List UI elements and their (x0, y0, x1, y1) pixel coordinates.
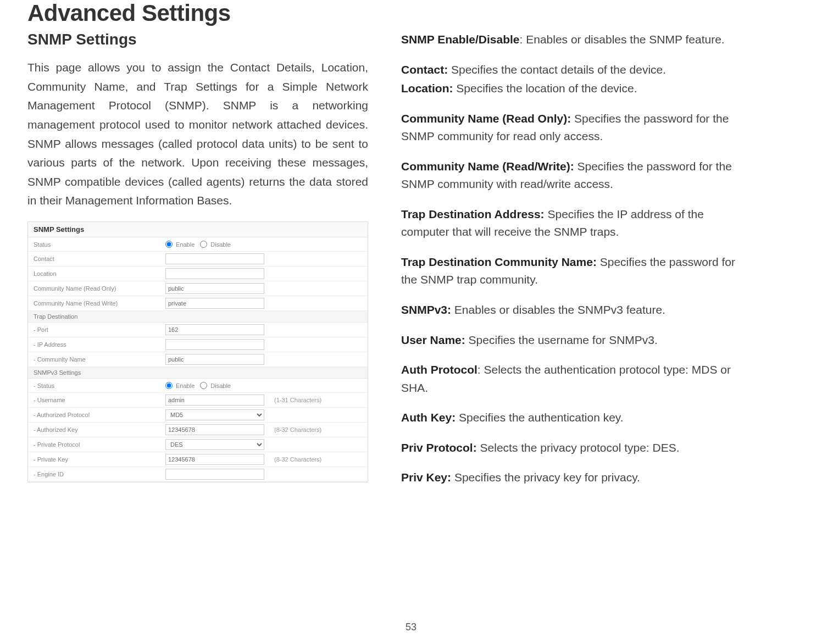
select-v3-authp[interactable]: MD5 (165, 409, 264, 420)
label-v3-authp: - Authorized Protocol (34, 412, 165, 418)
label-status: Status (34, 241, 165, 248)
label-comm-ro: Community Name (Read Only) (34, 285, 165, 292)
label-v3-disable: Disable (210, 382, 231, 389)
input-v3-engine[interactable] (165, 469, 264, 480)
input-v3-authk[interactable] (165, 424, 264, 435)
row-v3-engine: - Engine ID (28, 467, 368, 482)
label-disable: Disable (210, 241, 231, 248)
label-comm-rw: Community Name (Read Write) (34, 300, 165, 307)
radio-v3-enable[interactable] (165, 382, 173, 389)
radio-enable-status[interactable] (165, 241, 173, 248)
row-v3-privk: - Private Key (8-32 Characters) (28, 452, 368, 467)
input-port[interactable] (165, 324, 264, 335)
input-ip[interactable] (165, 339, 264, 350)
def-tdcn: Trap Destination Community Name: Specifi… (401, 253, 742, 289)
hint-authk: (8-32 Characters) (274, 426, 321, 433)
label-port: - Port (34, 326, 165, 333)
def-contact: Contact: Specifies the contact details o… (401, 61, 742, 79)
label-v3-username: - Username (34, 397, 165, 403)
def-location: Location: Specifies the location of the … (401, 80, 742, 98)
left-column: SNMP Settings This page allows you to as… (27, 31, 368, 499)
input-location[interactable] (165, 268, 264, 279)
label-location: Location (34, 270, 165, 277)
label-v3-privp: - Private Protocol (34, 441, 165, 448)
row-port: - Port (28, 323, 368, 337)
row-comm-rw: Community Name (Read Write) (28, 296, 368, 311)
section-title-snmp: SNMP Settings (27, 31, 368, 48)
hint-username: (1-31 Characters) (274, 397, 321, 403)
trap-destination-header: Trap Destination (28, 311, 368, 323)
input-v3-username[interactable] (165, 395, 264, 406)
radio-disable-status[interactable] (200, 241, 207, 248)
right-column: SNMP Enable/Disable: Enables or disables… (401, 31, 742, 499)
def-authp: Auth Protocol: Selects the authenticatio… (401, 361, 742, 397)
snmpv3-header: SNMPv3 Settings (28, 367, 368, 379)
row-comm-ro: Community Name (Read Only) (28, 281, 368, 296)
row-trap-comm: - Community Name (28, 352, 368, 367)
hint-privk: (8-32 Characters) (274, 456, 321, 463)
label-trap-comm: - Community Name (34, 356, 165, 363)
def-comm-ro: Community Name (Read Only): Specifies th… (401, 110, 742, 146)
label-enable: Enable (176, 241, 195, 248)
row-location: Location (28, 267, 368, 281)
def-authk: Auth Key: Specifies the authentication k… (401, 409, 742, 427)
label-contact: Contact (34, 256, 165, 262)
label-v3-enable: Enable (176, 382, 195, 389)
radio-v3-disable[interactable] (200, 382, 207, 389)
select-v3-privp[interactable]: DES (165, 439, 264, 450)
row-v3-authk: - Authorized Key (8-32 Characters) (28, 423, 368, 437)
row-status: Status Enable Disable (28, 237, 368, 252)
page-title: Advanced Settings (27, 0, 795, 26)
def-privk: Priv Key: Specifies the privacy key for … (401, 469, 742, 487)
label-ip: - IP Address (34, 341, 165, 348)
label-v3-engine: - Engine ID (34, 471, 165, 478)
snmp-settings-panel: SNMP Settings Status Enable Disable Cont… (27, 221, 368, 482)
input-v3-privk[interactable] (165, 454, 264, 465)
snmp-panel-header: SNMP Settings (28, 222, 368, 237)
label-v3-privk: - Private Key (34, 456, 165, 463)
page-number: 53 (406, 621, 416, 633)
def-comm-rw: Community Name (Read/Write): Specifies t… (401, 158, 742, 193)
two-column-layout: SNMP Settings This page allows you to as… (27, 31, 795, 499)
row-contact: Contact (28, 252, 368, 267)
input-comm-ro[interactable] (165, 283, 264, 294)
row-v3-username: - Username (1-31 Characters) (28, 393, 368, 408)
def-v3: SNMPv3: Enables or disables the SNMPv3 f… (401, 301, 742, 319)
row-ip: - IP Address (28, 337, 368, 352)
row-v3-status: - Status Enable Disable (28, 379, 368, 393)
label-v3-status: - Status (34, 382, 165, 389)
label-v3-authk: - Authorized Key (34, 426, 165, 433)
row-v3-privp: - Private Protocol DES (28, 437, 368, 452)
input-contact[interactable] (165, 253, 264, 264)
input-comm-rw[interactable] (165, 298, 264, 309)
snmp-intro-paragraph: This page allows you to assign the Conta… (27, 58, 368, 210)
def-privp: Priv Protocol: Selects the privacy proto… (401, 439, 742, 457)
def-tda: Trap Destination Address: Specifies the … (401, 206, 742, 241)
def-enable: SNMP Enable/Disable: Enables or disables… (401, 31, 742, 49)
def-user: User Name: Specifies the username for SN… (401, 331, 742, 349)
input-trap-comm[interactable] (165, 354, 264, 365)
row-v3-authp: - Authorized Protocol MD5 (28, 408, 368, 423)
